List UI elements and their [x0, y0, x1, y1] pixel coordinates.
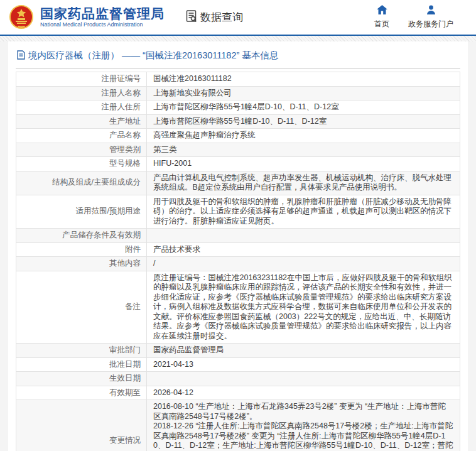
- table-row: 适用范围/预期用途 用于四肢及躯干的骨和软组织的肿瘤，乳腺肿瘤和肝脏肿瘤（肝脏减…: [16, 195, 460, 229]
- home-icon: [377, 5, 387, 17]
- info-table-body: 注册证编号 国械注准20163011182 注册人名称 上海新地实业有限公司: [16, 72, 460, 451]
- nav-item-label: 首页: [374, 19, 389, 30]
- nav-item-gov-portal[interactable]: 政务服务门户: [408, 5, 453, 30]
- row-value: 原注册证编号：国械注准20163231182在中国上市后，应做好四肢及躯干的骨和…: [147, 271, 460, 344]
- row-value: [147, 372, 460, 386]
- table-row: 注册人名称 上海新地实业有限公司: [16, 86, 460, 101]
- row-label: 注册证编号: [102, 74, 141, 83]
- table-row: 产品名称 高强度聚焦超声肿瘤治疗系统: [16, 129, 460, 143]
- org-name-cn: 国家药品监督管理局: [40, 6, 165, 21]
- row-value: 2026-04-12: [147, 386, 460, 400]
- row-label: 批准日期: [109, 360, 141, 369]
- data-query-section[interactable]: 数据查询: [185, 9, 243, 26]
- row-value: 上海市普陀区柳华路55号1幢D-10、D-11、D-12室: [147, 114, 460, 129]
- person-icon: [426, 5, 436, 17]
- row-value: 上海新地实业有限公司: [147, 86, 460, 101]
- row-value: 国家药品监督管理局: [147, 344, 460, 358]
- row-value: 2016-08-10 “生产地址：上海市石龙路345弄23号2楼” 变更为 “生…: [147, 400, 460, 451]
- table-row: 管理类别 第三类: [16, 143, 460, 157]
- page-title: 境内医疗器械（注册） —— “国械注准20163011182” 基本信息: [28, 50, 278, 62]
- row-label: 产品储存条件及有效期: [62, 231, 141, 239]
- row-label: 型号规格: [109, 159, 141, 168]
- data-query-label: 数据查询: [200, 10, 243, 24]
- table-row: 结构及组成/主要组成成分 产品由计算机及电气控制系统、超声功率发生器、机械运动机…: [16, 171, 460, 195]
- row-value: 第三类: [147, 143, 460, 157]
- table-row: 变更情况 2016-08-10 “生产地址：上海市石龙路345弄23号2楼” 变…: [16, 400, 460, 451]
- org-name-en: National Medical Products Administration: [40, 21, 165, 28]
- hatch-strip: [0, 36, 476, 41]
- table-row: 有效期至 2026-04-12: [16, 386, 460, 400]
- row-value: 用于四肢及躯干的骨和软组织的肿瘤，乳腺肿瘤和肝脏肿瘤（肝脏减少移动及无肋骨障碍）…: [147, 195, 460, 229]
- row-value: 上海市普陀区柳华路55号1幢4层D-10、D-11、D-12室: [147, 101, 460, 115]
- table-row: 附件 产品技术要求: [16, 242, 460, 257]
- row-label: 注册人住所: [102, 102, 141, 111]
- row-label: 附件: [125, 245, 141, 254]
- row-label: 结构及组成/主要组成成分: [52, 178, 141, 187]
- row-value: 产品技术要求: [147, 242, 460, 257]
- row-value: HIFU-2001: [147, 157, 460, 171]
- national-emblem-logo: [8, 4, 35, 31]
- table-row: 其他内容 /: [16, 257, 460, 271]
- top-nav: 首页 政务服务门户: [374, 5, 466, 30]
- row-value: 国械注准20163011182: [147, 72, 460, 87]
- table-row: 生产地址 上海市普陀区柳华路55号1幢D-10、D-11、D-12室: [16, 114, 460, 129]
- table-row: 注册证编号 国械注准20163011182: [16, 72, 460, 87]
- breadcrumb: 境内医疗器械（注册） —— “国械注准20163011182” 基本信息: [16, 41, 460, 69]
- row-label: 备注: [125, 302, 141, 311]
- row-label: 注册人名称: [102, 89, 141, 97]
- row-label: 生产地址: [109, 117, 141, 126]
- row-value: 2021-04-13: [147, 357, 460, 372]
- row-label: 审批部门: [109, 345, 141, 354]
- table-row: 注册人住所 上海市普陀区柳华路55号1幢4层D-10、D-11、D-12室: [16, 101, 460, 115]
- row-label: 适用范围/预期用途: [76, 207, 141, 215]
- site-logo-text: 国家药品监督管理局 National Medical Products Admi…: [40, 6, 165, 28]
- site-header: 国家药品监督管理局 National Medical Products Admi…: [0, 0, 476, 35]
- row-label: 管理类别: [109, 145, 141, 154]
- row-value: 高强度聚焦超声肿瘤治疗系统: [147, 129, 460, 143]
- row-label: 产品名称: [109, 131, 141, 139]
- table-row: 备注 原注册证编号：国械注准20163231182在中国上市后，应做好四肢及躯干…: [16, 271, 460, 344]
- row-value: [147, 229, 460, 243]
- table-row: 生效日期: [16, 372, 460, 386]
- nav-item-home[interactable]: 首页: [374, 5, 389, 30]
- row-label: 变更情况: [109, 436, 141, 445]
- page-body: 境内医疗器械（注册） —— “国械注准20163011182” 基本信息 注册证…: [0, 41, 476, 451]
- table-row: 产品储存条件及有效期: [16, 229, 460, 243]
- registration-info-table: 注册证编号 国械注准20163011182 注册人名称 上海新地实业有限公司: [16, 72, 460, 451]
- table-row: 型号规格 HIFU-2001: [16, 157, 460, 171]
- nav-item-label: 政务服务门户: [408, 19, 453, 30]
- data-query-icon: [185, 9, 200, 26]
- row-label: 生效日期: [109, 374, 141, 383]
- document-icon: [17, 50, 28, 62]
- row-value: /: [147, 257, 460, 271]
- table-row: 审批部门 国家药品监督管理局: [16, 344, 460, 358]
- row-value: 产品由计算机及电气控制系统、超声功率发生器、机械运动机构、治疗床、脱气水处理系统…: [147, 171, 460, 195]
- row-label: 其他内容: [109, 259, 141, 268]
- row-label: 有效期至: [109, 388, 141, 397]
- content-panel: 境内医疗器械（注册） —— “国械注准20163011182” 基本信息 注册证…: [8, 41, 468, 451]
- table-row: 批准日期 2021-04-13: [16, 357, 460, 372]
